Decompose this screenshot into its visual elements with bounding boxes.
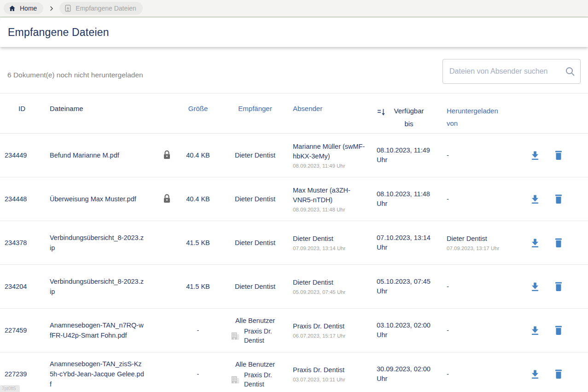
header-sender[interactable]: Absender (290, 94, 373, 133)
trash-icon (553, 281, 564, 292)
row-id: 227459 (0, 327, 44, 334)
row-recipient: Dieter Dentist (235, 194, 275, 204)
header-filename[interactable]: Dateiname (44, 94, 157, 133)
download-button[interactable] (530, 237, 541, 248)
breadcrumb-home[interactable]: Home (4, 2, 43, 14)
table-row: 227459 Anamnesebogen-TAN_n7RQ-wfFR-U42p-… (0, 309, 588, 352)
table-row: 234378 Verbindungsübersicht_8-2023.zip 4… (0, 221, 588, 265)
breadcrumb: Home Empfangene Dateien (0, 0, 588, 18)
delete-button[interactable] (553, 369, 564, 380)
table-row: 234448 Überweisung Max Muster.pdf 40.4 K… (0, 177, 588, 221)
toolbar: 6 Dokument(e) noch nicht heruntergeladen (0, 47, 588, 93)
row-recipient: Dieter Dentist (235, 282, 275, 292)
table-row: 227239 Anamnesebogen-TAN_zisS-Kz5h-cYbd-… (0, 352, 588, 392)
row-available-until: 08.10.2023, 11:49 Uhr (377, 146, 437, 165)
row-available-until: 07.10.2023, 13:14 Uhr (377, 233, 437, 252)
header-size[interactable]: Größe (176, 94, 220, 133)
row-id: 227239 (0, 370, 44, 378)
row-downloaded-by: - (447, 326, 525, 335)
row-downloaded-by: - (447, 369, 525, 379)
delete-button[interactable] (553, 325, 564, 336)
download-icon (530, 193, 541, 205)
office-building-icon (230, 331, 240, 341)
row-sent-date: 08.09.2023, 11:48 Uhr (293, 206, 366, 213)
download-button[interactable] (530, 281, 541, 292)
row-sender: Dieter Dentist (293, 278, 366, 287)
row-size: - (176, 370, 220, 378)
row-id: 234449 (0, 152, 44, 159)
header-id[interactable]: ID (0, 94, 44, 133)
row-available-until: 03.10.2023, 02:00 Uhr (377, 321, 437, 340)
home-icon (8, 5, 16, 12)
row-recipient: Dieter Dentist (235, 238, 275, 248)
download-icon (530, 150, 541, 161)
search-box (442, 59, 581, 84)
download-button[interactable] (530, 150, 541, 161)
row-id: 234204 (0, 283, 44, 290)
row-sender: Praxis Dr. Dentist (293, 365, 366, 375)
download-button[interactable] (530, 369, 541, 380)
table-row: 234449 Befund Marianne M.pdf 40.4 KB Die… (0, 134, 588, 177)
row-recipient-org: Praxis Dr. Dentist (244, 327, 280, 345)
row-sender: Marianne Müller (swMF-hbKX-3eMy) (293, 142, 366, 161)
download-icon (530, 325, 541, 336)
delete-button[interactable] (553, 237, 564, 248)
file-download-icon (64, 4, 72, 12)
row-sender: Praxis Dr. Dentist (293, 322, 366, 331)
row-filename: Anamnesebogen-TAN_zisS-Kz5h-cYbd-Jean-Ja… (44, 359, 151, 389)
trash-icon (553, 369, 564, 380)
title-band: Empfangene Dateien (0, 18, 588, 47)
header-recipient[interactable]: Empfänger (220, 94, 290, 133)
row-downloaded-by: - (447, 282, 525, 292)
header-actions-spacer (525, 94, 588, 133)
trash-icon (553, 150, 564, 161)
status-text: 6 Dokument(e) noch nicht heruntergeladen (7, 71, 143, 79)
delete-button[interactable] (553, 193, 564, 205)
download-icon (530, 369, 541, 380)
header-downloaded-by[interactable]: Heruntergeladen von (443, 94, 525, 133)
row-filename: Befund Marianne M.pdf (44, 150, 151, 160)
page-title: Empfangene Dateien (8, 26, 109, 39)
delete-button[interactable] (553, 281, 564, 292)
table-header: ID Dateiname Größe Empfänger Absender Ve… (0, 93, 588, 134)
download-button[interactable] (530, 193, 541, 205)
row-downloaded-by: - (447, 194, 525, 204)
row-filename: Überweisung Max Muster.pdf (44, 194, 151, 204)
breadcrumb-current-label: Empfangene Dateien (76, 5, 136, 12)
header-lock-spacer (157, 94, 176, 133)
breadcrumb-current: Empfangene Dateien (59, 2, 143, 15)
row-available-until: 08.10.2023, 11:48 Uhr (377, 189, 437, 209)
search-input[interactable] (442, 59, 581, 84)
row-id: 234378 (0, 239, 44, 246)
office-building-icon (230, 374, 240, 385)
sort-descending-icon[interactable] (377, 107, 387, 118)
row-sent-date: 03.07.2023, 10:11 Uhr (293, 376, 366, 383)
row-filename: Anamnesebogen-TAN_n7RQ-wfFR-U42p-Smart F… (44, 320, 151, 340)
recipient-sub: Praxis Dr. Dentist (230, 327, 280, 345)
breadcrumb-home-label: Home (20, 5, 37, 12)
header-available-until[interactable]: Verfügbar bis (373, 94, 443, 133)
delete-button[interactable] (553, 150, 564, 161)
row-size: 40.4 KB (176, 152, 220, 159)
app-root: Home Empfangene Dateien Empfangene Datei… (0, 0, 588, 392)
row-sent-date: 06.07.2023, 15:17 Uhr (293, 333, 366, 339)
row-size: 40.4 KB (176, 195, 220, 203)
row-downloaded-date: 07.09.2023, 13:17 Uhr (447, 245, 525, 252)
row-available-until: 30.09.2023, 02:00 Uhr (377, 364, 437, 384)
row-sent-date: 08.09.2023, 11:49 Uhr (293, 163, 366, 169)
table-row: 234204 Verbindungsübersicht_8-2023.zip 4… (0, 265, 588, 309)
row-recipient: Dieter Dentist (235, 151, 275, 160)
row-recipient-org: Praxis Dr. Dentist (244, 370, 280, 389)
row-sender: Dieter Dentist (293, 234, 366, 244)
row-size: - (176, 327, 220, 334)
search-icon[interactable] (565, 66, 575, 78)
files-table: ID Dateiname Größe Empfänger Absender Ve… (0, 93, 588, 392)
download-button[interactable] (530, 325, 541, 336)
row-downloaded-by: - (447, 151, 525, 160)
row-sent-date: 05.09.2023, 07:45 Uhr (293, 289, 366, 295)
trash-icon (553, 237, 564, 248)
row-size: 41.5 KB (176, 239, 220, 246)
download-icon (530, 281, 541, 292)
lock-icon (163, 150, 171, 161)
lock-icon (163, 193, 171, 205)
